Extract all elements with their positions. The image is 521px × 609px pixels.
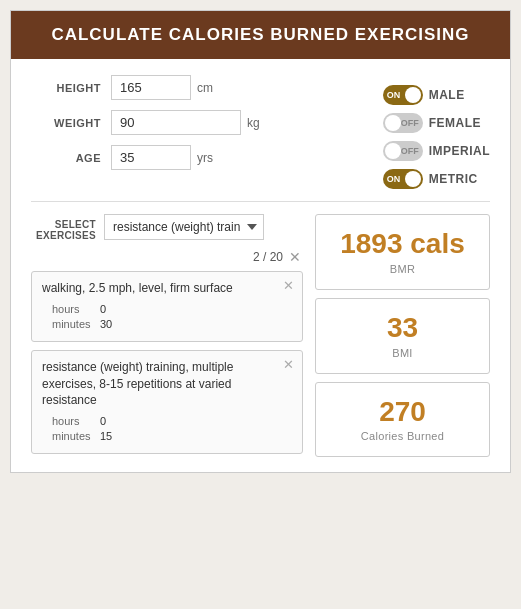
bmi-value: 33 (387, 313, 418, 344)
male-toggle[interactable]: ON (383, 85, 423, 105)
metric-label: METRIC (429, 172, 478, 186)
height-input[interactable] (111, 75, 191, 100)
minutes-value-2: 15 (100, 430, 112, 442)
age-input[interactable] (111, 145, 191, 170)
minutes-label-1: minutes (52, 318, 100, 330)
minutes-value-1: 30 (100, 318, 112, 330)
bmi-result-box: 33 BMI (315, 298, 490, 374)
calories-result-box: 270 Calories Burned (315, 382, 490, 458)
female-toggle-row: OFF FEMALE (383, 113, 490, 133)
imperial-toggle-row: OFF IMPERIAL (383, 141, 490, 161)
calories-value: 270 (379, 397, 426, 428)
female-toggle-text: OFF (401, 118, 419, 128)
imperial-toggle[interactable]: OFF (383, 141, 423, 161)
female-toggle[interactable]: OFF (383, 113, 423, 133)
bmr-label: BMR (390, 263, 415, 275)
male-toggle-text: ON (387, 90, 401, 100)
age-label: AGE (31, 152, 101, 164)
weight-unit: kg (247, 116, 260, 130)
metric-toggle-text: ON (387, 174, 401, 184)
remove-exercise-2-button[interactable]: ✕ (283, 357, 294, 372)
female-label: FEMALE (429, 116, 481, 130)
exercise-name-2: resistance (weight) training, multiple e… (42, 359, 292, 409)
bmi-label: BMI (392, 347, 412, 359)
remove-exercise-1-button[interactable]: ✕ (283, 278, 294, 293)
imperial-label: IMPERIAL (429, 144, 490, 158)
hours-label-2: hours (52, 415, 100, 427)
bmr-value: 1893 cals (340, 229, 465, 260)
male-toggle-row: ON MALE (383, 85, 490, 105)
page-title: CALCULATE CALORIES BURNED EXERCISING (11, 11, 510, 59)
calculator-container: CALCULATE CALORIES BURNED EXERCISING HEI… (10, 10, 511, 473)
hours-label-1: hours (52, 303, 100, 315)
select-exercises-label: SELECTEXERCISES (31, 214, 96, 241)
hours-value-1: 0 (100, 303, 106, 315)
minutes-label-2: minutes (52, 430, 100, 442)
bmr-result-box: 1893 cals BMR (315, 214, 490, 290)
metric-toggle[interactable]: ON (383, 169, 423, 189)
height-label: HEIGHT (31, 82, 101, 94)
metric-toggle-row: ON METRIC (383, 169, 490, 189)
imperial-toggle-text: OFF (401, 146, 419, 156)
hours-value-2: 0 (100, 415, 106, 427)
height-unit: cm (197, 81, 213, 95)
exercise-card-1: ✕ walking, 2.5 mph, level, firm surface … (31, 271, 303, 342)
exercise-select[interactable]: resistance (weight) train (104, 214, 264, 240)
clear-exercises-button[interactable]: ✕ (289, 249, 301, 265)
weight-input[interactable] (111, 110, 241, 135)
calories-label: Calories Burned (361, 430, 444, 442)
exercise-count: 2 / 20 (253, 250, 283, 264)
exercise-card-2: ✕ resistance (weight) training, multiple… (31, 350, 303, 454)
male-label: MALE (429, 88, 465, 102)
age-unit: yrs (197, 151, 213, 165)
exercise-name-1: walking, 2.5 mph, level, firm surface (42, 280, 292, 297)
weight-label: WEIGHT (31, 117, 101, 129)
